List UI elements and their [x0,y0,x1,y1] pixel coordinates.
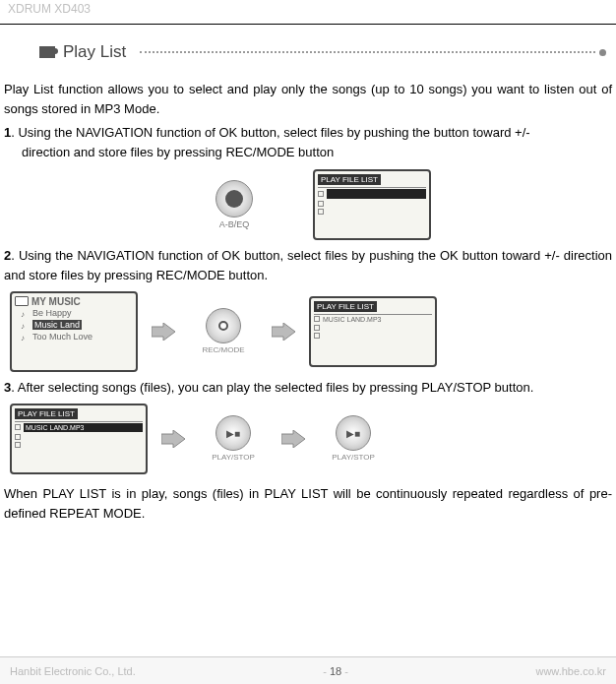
screen-title: PLAY FILE LIST [15,408,78,419]
recmode-button-icon [206,308,241,343]
playstop-button-figure: ▶■ PLAY/STOP [199,415,268,462]
abeq-button-icon [216,180,253,218]
step-2-text: . Using the NAVIGATION function of OK bu… [4,248,612,282]
note-icon [21,321,31,329]
page-prefix: - [323,665,330,677]
playstop-button-figure-2: ▶■ PLAY/STOP [319,415,388,462]
step-3-text: . After selecting songs (files), you can… [11,380,533,395]
figure-row-3: PLAY FILE LIST MUSIC LAND.MP3 ▶■ PLAY/ST… [0,398,616,480]
playstop-button-icon: ▶■ [216,415,251,451]
folder-name: MY MUSIC [31,296,81,307]
arrow-icon [152,322,175,342]
play-file-list-screen-3: PLAY FILE LIST MUSIC LAND.MP3 [10,404,148,474]
footer-page: - 18 - [323,665,348,677]
header-divider [0,24,616,25]
selected-file: MUSIC LAND.MP3 [323,316,382,323]
screen-title: PLAY FILE LIST [318,174,381,185]
product-header: XDRUM XD403 [0,0,616,24]
abeq-button-figure: A-B/EQ [195,180,274,229]
playstop-button-icon: ▶■ [336,415,371,451]
svg-marker-1 [272,323,295,341]
page-number: 18 [330,665,341,677]
step-1-text-a: . Using the NAVIGATION function of OK bu… [11,125,515,140]
play-file-list-screen-2: PLAY FILE LIST MUSIC LAND.MP3 [309,296,437,367]
step-3: 3. After selecting songs (files), you ca… [0,378,616,398]
screen-title: PLAY FILE LIST [314,301,377,312]
song-2-selected: Music Land [32,320,82,330]
section-header: Play List [0,42,616,80]
step-1-plusminus: +/- [515,125,530,140]
playstop-label: PLAY/STOP [332,453,375,462]
section-title: Play List [63,42,126,62]
decorative-dot [599,49,606,56]
step-2: 2. Using the NAVIGATION function of OK b… [0,246,616,285]
arrow-icon [272,322,295,342]
step-1: 1. Using the NAVIGATION function of OK b… [0,123,616,162]
folder-icon [15,296,29,306]
playlist-icon [39,46,55,58]
figure-row-2: MY MUSIC Be Happy Music Land Too Much Lo… [0,285,616,378]
intro-paragraph: Play List function allows you to select … [0,80,616,119]
step-1-text-b: direction and store files by pressing RE… [4,143,612,162]
playstop-label: PLAY/STOP [212,453,255,462]
decorative-dotted-line [140,51,595,53]
recmode-label: REC/MODE [202,345,244,354]
footer-company: Hanbit Electronic Co., Ltd. [10,665,136,677]
recmode-button-figure: REC/MODE [189,308,258,354]
arrow-icon [281,429,305,449]
footer-url: www.hbe.co.kr [535,665,606,677]
arrow-icon [161,429,185,449]
abeq-label: A-B/EQ [219,219,250,229]
song-1: Be Happy [32,308,72,318]
svg-marker-0 [152,323,175,341]
page-suffix: - [341,665,348,677]
note-icon [21,309,31,317]
svg-marker-3 [281,430,305,448]
selected-file-highlight: MUSIC LAND.MP3 [24,423,143,432]
footnote: When PLAY LIST is in play, songs (files)… [0,484,616,524]
mymusic-screen: MY MUSIC Be Happy Music Land Too Much Lo… [10,291,138,372]
song-3: Too Much Love [32,332,92,342]
page-footer: Hanbit Electronic Co., Ltd. - 18 - www.h… [0,656,616,684]
play-file-list-screen: PLAY FILE LIST [313,169,431,240]
figure-row-1: A-B/EQ PLAY FILE LIST [0,163,616,246]
svg-marker-2 [161,430,185,448]
note-icon [21,333,31,341]
